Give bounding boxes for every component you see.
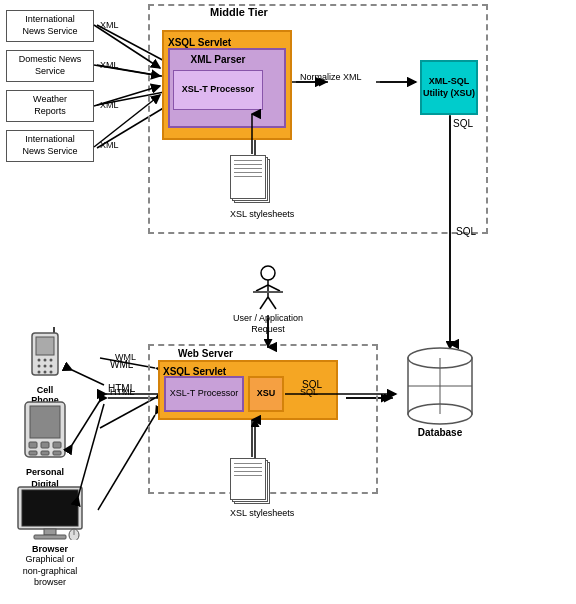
xml-parser-box: XML Parser XSL-T Processor xyxy=(168,48,286,128)
source-weather: WeatherReports xyxy=(6,90,94,122)
svg-rect-45 xyxy=(29,451,37,455)
svg-point-37 xyxy=(38,371,41,374)
svg-line-21 xyxy=(268,297,276,309)
svg-point-33 xyxy=(50,359,53,362)
svg-line-66 xyxy=(72,394,104,445)
svg-point-36 xyxy=(50,365,53,368)
svg-line-19 xyxy=(268,285,280,291)
normalize-xml-label: Normalize XML xyxy=(300,72,362,82)
source-intl-news-2: InternationalNews Service xyxy=(6,130,94,162)
svg-line-18 xyxy=(256,285,268,291)
svg-rect-47 xyxy=(53,451,61,455)
svg-rect-46 xyxy=(41,451,49,455)
source-intl-news-1: InternationalNews Service xyxy=(6,10,94,42)
xsl-stylesheets-top-label: XSL stylesheets xyxy=(230,209,294,219)
svg-rect-42 xyxy=(29,442,37,448)
svg-line-12 xyxy=(98,415,155,510)
html-label-bottom: HTML xyxy=(110,387,135,397)
svg-rect-22 xyxy=(253,291,283,293)
svg-rect-43 xyxy=(41,442,49,448)
xslt-label-top: XSL-T Processor xyxy=(182,84,255,96)
svg-rect-30 xyxy=(36,337,54,355)
xsu-top: XML-SQL Utility (XSU) xyxy=(420,60,478,115)
xsl-stylesheets-top: XSL stylesheets xyxy=(230,155,294,219)
architecture-diagram: Middle Tier XSQL Servlet XML Parser XSL-… xyxy=(0,0,576,604)
sql-label-bottom: SQL xyxy=(300,387,318,397)
xml-label-3: XML xyxy=(100,100,119,110)
xslt-label-bottom: XSL-T Processor xyxy=(170,388,238,400)
xml-label-4: XML xyxy=(100,140,119,150)
sql-label-top: SQL xyxy=(453,118,473,129)
xsl-stylesheets-bottom-label: XSL stylesheets xyxy=(230,508,294,518)
svg-point-32 xyxy=(44,359,47,362)
cell-phone-area: CellPhone xyxy=(26,325,64,405)
svg-rect-44 xyxy=(53,442,61,448)
browser-area: Browser Graphical ornon-graphicalbrowser xyxy=(16,485,84,589)
browser-label: Browser xyxy=(16,544,84,554)
xsl-stylesheets-bottom: XSL stylesheets xyxy=(230,458,294,518)
user-request-label: User / Application Request xyxy=(228,313,308,335)
user-request-area: User / Application Request xyxy=(228,265,308,335)
xslt-processor-top: XSL-T Processor xyxy=(173,70,263,110)
wml-label: WML xyxy=(115,352,136,362)
middle-tier-label: Middle Tier xyxy=(210,6,268,18)
svg-line-65 xyxy=(72,370,104,385)
database-area: Database xyxy=(400,340,480,438)
source-domestic-news: Domestic News Service xyxy=(6,50,94,82)
xsu-bottom-label: XSU xyxy=(257,388,276,400)
svg-point-35 xyxy=(44,365,47,368)
svg-rect-50 xyxy=(44,529,56,535)
svg-point-38 xyxy=(44,371,47,374)
svg-rect-51 xyxy=(34,535,66,539)
xml-parser-label: XML Parser xyxy=(173,53,263,66)
svg-rect-49 xyxy=(22,490,78,526)
svg-point-31 xyxy=(38,359,41,362)
xml-label-1: XML xyxy=(100,20,119,30)
xsu-bottom: XSU xyxy=(248,376,284,412)
svg-point-16 xyxy=(261,266,275,280)
svg-point-34 xyxy=(38,365,41,368)
svg-line-11 xyxy=(100,398,155,428)
svg-line-67 xyxy=(78,404,104,497)
svg-point-39 xyxy=(50,371,53,374)
xslt-processor-bottom: XSL-T Processor xyxy=(164,376,244,412)
svg-line-20 xyxy=(260,297,268,309)
xml-label-2: XML xyxy=(100,60,119,70)
svg-rect-41 xyxy=(30,406,60,438)
web-server-label: Web Server xyxy=(178,348,233,359)
browser-type-label: Graphical ornon-graphicalbrowser xyxy=(16,554,84,589)
